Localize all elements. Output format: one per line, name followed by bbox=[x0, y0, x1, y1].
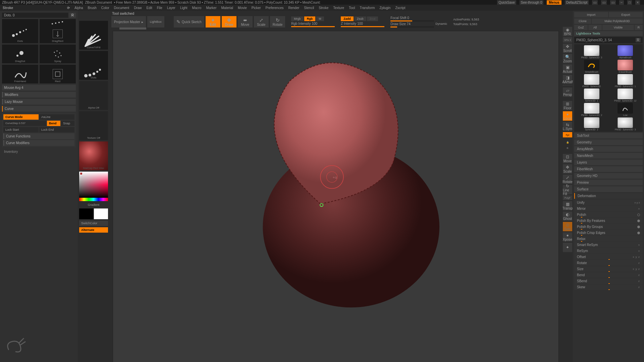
deformation-section[interactable]: Deformation bbox=[574, 193, 643, 199]
tool-item[interactable]: SimpleBrush bbox=[575, 60, 608, 73]
stroke-spray[interactable]: Spray bbox=[40, 45, 76, 63]
zoom-button[interactable]: 🔍Zoom bbox=[563, 54, 572, 63]
menu-item[interactable]: Draw bbox=[134, 6, 142, 10]
zcut-button[interactable]: Zcut bbox=[367, 16, 378, 21]
projection-master-button[interactable]: Projection Master▸ bbox=[111, 16, 146, 27]
menu-item[interactable]: Movie bbox=[238, 6, 247, 10]
deform-smart-resym[interactable]: Smart ReSymx bbox=[574, 242, 643, 248]
move-button[interactable]: ⬌Move bbox=[238, 16, 253, 27]
rotate-button[interactable]: ↻Rotate bbox=[270, 16, 285, 27]
stroke-preview[interactable]: Dots bbox=[79, 51, 108, 80]
deform-offset[interactable]: Offsetx y z bbox=[574, 254, 643, 260]
menu-item[interactable]: Color bbox=[101, 6, 109, 10]
subtool-section[interactable]: SubTool bbox=[574, 133, 643, 138]
bpr-button[interactable]: ◉BPR bbox=[563, 27, 572, 36]
maximize-icon[interactable]: □ bbox=[627, 0, 632, 5]
deform-resym[interactable]: ReSymx bbox=[574, 248, 643, 254]
fibermesh-section[interactable]: FiberMesh bbox=[574, 166, 643, 172]
dynamic-label[interactable]: Dynamic bbox=[435, 22, 447, 25]
deform-size[interactable]: Sizex y z bbox=[574, 266, 643, 272]
curve-modifiers-section[interactable]: Curve Modifiers bbox=[3, 140, 74, 146]
scale-button[interactable]: ⤢Scale bbox=[254, 16, 269, 27]
inventory-section[interactable]: Inventory bbox=[2, 148, 76, 155]
frame-button[interactable]: ⊡Move bbox=[563, 154, 572, 163]
zadd-button[interactable]: Zadd bbox=[341, 16, 354, 21]
solo-button[interactable]: ●Xpose bbox=[563, 232, 572, 242]
swatch-white[interactable] bbox=[94, 208, 108, 219]
clone-button[interactable]: Clone bbox=[574, 18, 591, 24]
aahalf-button[interactable]: ◨AAHalf bbox=[563, 75, 572, 84]
bend-button[interactable]: Bend bbox=[47, 121, 60, 126]
texture-preview[interactable]: Texture Off bbox=[79, 111, 108, 140]
menu-item[interactable]: Zplugin bbox=[380, 6, 391, 10]
draw-button[interactable]: ✚Draw bbox=[222, 16, 236, 27]
deform-skew[interactable]: Skewz bbox=[574, 284, 643, 290]
tool-item[interactable]: EraserBrush bbox=[609, 60, 642, 73]
switch-color-button[interactable]: SwitchColor bbox=[79, 221, 108, 226]
layers-section[interactable]: Layers bbox=[574, 160, 643, 165]
mouse-avg-slider[interactable]: Mouse Avg 4 bbox=[2, 85, 76, 90]
spix-slider[interactable]: SPix 3 bbox=[563, 37, 572, 43]
tool-item[interactable]: PM3D_Sphere3D bbox=[575, 74, 608, 87]
stroke-freehand[interactable]: FreeHand bbox=[2, 65, 38, 83]
ghost-button[interactable]: ◎Solo bbox=[563, 222, 572, 231]
menu-item[interactable]: Macro bbox=[192, 6, 202, 10]
menu-item[interactable]: Light bbox=[180, 6, 187, 10]
menu-item[interactable]: Render bbox=[288, 6, 300, 10]
curve-mode-button[interactable]: Curve Mode bbox=[3, 114, 39, 120]
persp-button[interactable]: ▱Persp bbox=[563, 87, 572, 97]
quicksave-button[interactable]: QuickSave bbox=[497, 0, 516, 5]
lock-start-button[interactable]: Lock Start bbox=[3, 127, 39, 132]
close-icon[interactable]: × bbox=[635, 0, 640, 5]
deform-unify[interactable]: Unifyx y z bbox=[574, 200, 643, 205]
menu-item[interactable]: Texture bbox=[333, 6, 344, 10]
modifiers-section[interactable]: Modifiers bbox=[2, 92, 76, 98]
quick-sketch-button[interactable]: ✎Quick Sketch bbox=[174, 16, 204, 27]
cam-target-icon[interactable]: ⊕ bbox=[563, 146, 572, 150]
menu-item[interactable]: Brush bbox=[88, 6, 97, 10]
tool-item[interactable]: Low bbox=[609, 103, 642, 116]
curve-functions-section[interactable]: Curve Functions bbox=[3, 133, 74, 139]
actual-button[interactable]: ▣Actual bbox=[563, 64, 572, 74]
tool-item[interactable]: PM3D_Sphere3D_1 bbox=[609, 74, 642, 87]
deform-relax[interactable]: Relax bbox=[574, 236, 643, 242]
deform-sbend[interactable]: SBendz bbox=[574, 278, 643, 284]
xyz-button[interactable]: Xyz bbox=[563, 132, 572, 137]
linefill-button[interactable]: PolyF bbox=[563, 195, 572, 200]
cam-lock-icon[interactable]: 🔒 bbox=[563, 140, 572, 145]
menus-button[interactable]: Menus bbox=[547, 0, 561, 5]
curve-section[interactable]: Curve bbox=[2, 106, 76, 112]
tool-item[interactable]: Sphere3D_2 bbox=[575, 117, 608, 131]
vp-rotate-button[interactable]: ↻Line Fill bbox=[563, 185, 572, 194]
seethrough-slider[interactable]: See-through 0 bbox=[520, 0, 543, 5]
geometry-hd-section[interactable]: Geometry HD bbox=[574, 173, 643, 179]
z-intensity-slider[interactable]: Z Intensity 100 bbox=[341, 22, 384, 27]
tool-item[interactable]: Sphere3D_1 bbox=[575, 88, 608, 102]
menu-item[interactable]: Stroke bbox=[319, 6, 328, 10]
current-tool-name[interactable]: PM3D_Sphere3D_3. 54 R bbox=[574, 37, 643, 43]
menu-item[interactable]: Alpha bbox=[74, 6, 83, 10]
menu-item[interactable]: Edit bbox=[147, 6, 152, 10]
deform-rotate[interactable]: Rotatez bbox=[574, 260, 643, 266]
deform-polish-crisp[interactable]: Polish Crisp Edges bbox=[574, 230, 643, 236]
tool-item[interactable]: PM3D_Sphere3D_3 bbox=[609, 117, 642, 131]
scroll-button[interactable]: ✥Scroll bbox=[563, 44, 572, 53]
import-button[interactable]: Import bbox=[574, 12, 608, 17]
menu-item[interactable]: Zscript bbox=[395, 6, 405, 10]
menu-item[interactable]: Marker bbox=[206, 6, 216, 10]
menu-item[interactable]: Document bbox=[114, 6, 129, 10]
deform-polish-features[interactable]: Polish By Features bbox=[574, 218, 643, 224]
goz-button[interactable]: GoZ bbox=[574, 25, 588, 30]
goz-all-button[interactable]: All bbox=[588, 25, 602, 30]
stroke-dragdot[interactable]: DragDot bbox=[2, 45, 38, 63]
deform-polish-groups[interactable]: Polish By Groups bbox=[574, 224, 643, 230]
lock-end-button[interactable]: Lock End bbox=[39, 127, 74, 132]
color-picker[interactable] bbox=[79, 172, 108, 201]
tool-item[interactable]: PM3D_Sphere3D_12 bbox=[609, 88, 642, 102]
menu-item[interactable]: Material bbox=[221, 6, 233, 10]
menu-item[interactable]: File bbox=[157, 6, 162, 10]
window-icon[interactable]: ▭ bbox=[601, 0, 607, 5]
lightbox-button[interactable]: LightBox bbox=[147, 16, 164, 27]
alpha-preview[interactable]: Alpha Off bbox=[79, 81, 108, 110]
edit-button[interactable]: ✦Edit bbox=[206, 16, 220, 27]
